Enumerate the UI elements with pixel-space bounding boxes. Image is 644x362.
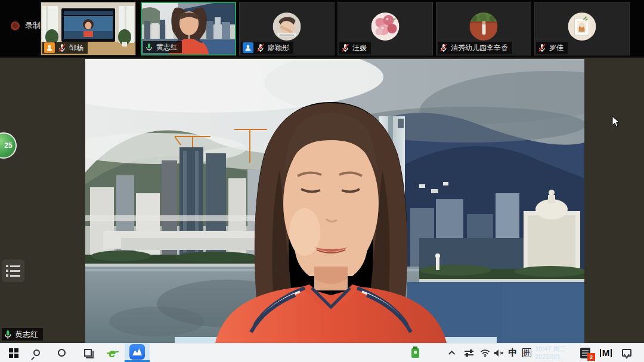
floating-timer-badge[interactable]: 25 (0, 132, 17, 159)
participant-tile-luojia[interactable]: 罗佳 (534, 2, 630, 55)
speaker-name-badge: 黄志红 (2, 328, 43, 341)
sliders-icon (465, 351, 473, 352)
meeting-window: 录制中 (0, 0, 644, 362)
participant-name-badge: 邹杨 (42, 42, 88, 54)
participant-name: 罗佳 (549, 43, 564, 53)
mic-muted-icon (439, 44, 448, 52)
im-app-icon: M (600, 349, 612, 357)
avatar (371, 13, 400, 41)
wifi-tray-icon[interactable] (478, 344, 492, 362)
search-icon (33, 349, 40, 356)
list-icon (6, 265, 20, 267)
mic-on-icon (145, 43, 153, 52)
participant-name-badge: 廖颖彤 (241, 42, 293, 54)
person-icon (44, 42, 55, 53)
person-icon (243, 42, 253, 53)
notes-tray-icon[interactable]: 2 (576, 344, 594, 362)
cortana-button[interactable] (49, 344, 74, 362)
participant-name: 邹杨 (69, 43, 83, 53)
participant-name: 汪媛 (352, 43, 367, 53)
mic-muted-icon (58, 44, 66, 52)
taskbar-search-button[interactable] (24, 344, 49, 362)
avatar (273, 13, 301, 41)
volume-muted-icon (494, 349, 504, 357)
taskbar-clock[interactable]: 10:47 周二 2022/3/1 (535, 344, 572, 362)
meeting-app-icon (129, 344, 145, 360)
meeting-app-button[interactable] (125, 344, 150, 362)
cortana-icon (58, 349, 66, 357)
participant-name-badge: 黄志红 (143, 41, 182, 53)
windows-logo-icon (9, 348, 18, 358)
time-weekday: 10:47 周二 (535, 345, 566, 353)
ime-language-indicator[interactable]: 中 (506, 344, 519, 362)
participant-tile-liaoyingtong[interactable]: 廖颖彤 (239, 2, 335, 55)
participant-name: 廖颖彤 (268, 43, 289, 53)
speaker-video (85, 59, 584, 343)
notification-count-badge: 2 (587, 353, 595, 361)
internet-explorer-icon: e (109, 346, 116, 359)
participant-name-badge: 罗佳 (536, 42, 568, 54)
show-hidden-icons-button[interactable] (446, 344, 459, 362)
mic-muted-icon (341, 44, 349, 52)
floating-badge-value: 25 (4, 141, 12, 150)
participant-tile-wangyuan[interactable]: 汪媛 (338, 2, 433, 55)
wifi-icon (480, 349, 490, 357)
recording-icon (11, 21, 20, 30)
im-app-tray-icon[interactable]: M (597, 344, 615, 362)
mic-on-icon (4, 330, 12, 339)
date: 2022/3/1 (535, 353, 561, 361)
volume-tray-icon[interactable] (492, 344, 506, 362)
ime-mode-indicator[interactable]: 拼 (519, 344, 534, 362)
participant-strip: 录制中 (0, 0, 644, 58)
speech-bubble-icon (622, 349, 631, 357)
participant-name-badge: 清秀幼儿园李辛香 (438, 42, 512, 54)
ime-language-label: 中 (509, 347, 518, 358)
mic-muted-icon (256, 44, 265, 52)
participant-tile-lixinxiang[interactable]: 清秀幼儿园李辛香 (436, 2, 531, 55)
participant-name: 清秀幼儿园李辛香 (451, 43, 508, 53)
task-view-icon (84, 349, 92, 357)
mic-muted-icon (538, 44, 546, 52)
agenda-list-button[interactable] (2, 259, 24, 282)
main-stage: 黄志红 25 (0, 58, 644, 343)
usb-drive-icon (411, 348, 419, 358)
task-view-button[interactable] (75, 344, 100, 362)
avatar (568, 13, 596, 41)
mouse-cursor (612, 116, 620, 130)
chevron-up-icon (448, 350, 455, 357)
windows-taskbar: e 中 拼 1 (0, 343, 644, 362)
speaker-name: 黄志红 (15, 329, 38, 340)
participant-tile-zouyang[interactable]: 邹杨 (41, 2, 136, 55)
participant-name: 黄志红 (156, 42, 178, 52)
usb-tray-icon[interactable] (409, 344, 421, 362)
action-center-button[interactable] (618, 344, 636, 362)
participant-name-badge: 汪媛 (339, 42, 371, 54)
avatar (470, 13, 498, 41)
ime-mode-label: 拼 (522, 348, 531, 357)
internet-explorer-button[interactable]: e (100, 344, 125, 362)
participant-tile-huangzhihong[interactable]: 黄志红 (141, 2, 236, 55)
settings-tray-icon[interactable] (462, 344, 476, 362)
